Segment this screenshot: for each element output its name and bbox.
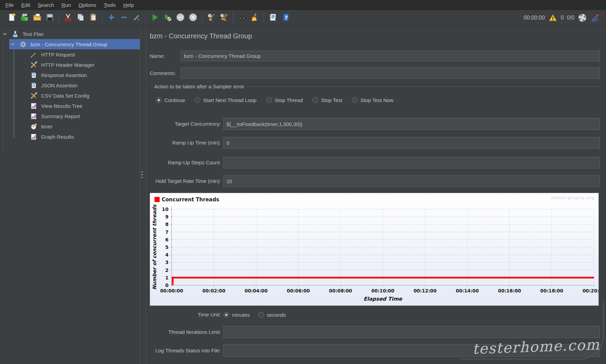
tree-item-graph-results[interactable]: Graph Results [0, 131, 140, 142]
panel-splitter[interactable] [140, 26, 146, 364]
toolbar: STOP? 00:00:00 0 0/0 [0, 10, 606, 26]
svg-text:00:14:00: 00:14:00 [456, 288, 479, 293]
templates-button[interactable] [20, 13, 29, 23]
clear-icon [207, 13, 215, 23]
chart-icon [30, 113, 37, 120]
tree-item-http-header-manager[interactable]: HTTP Header Manager [0, 60, 140, 70]
sampler-error-option-start-next-thread-loop[interactable]: Start Next Thread Loop [195, 97, 257, 103]
tree-item-json-assertion[interactable]: JSON Assertion [0, 80, 140, 90]
time-unit-option-minutes[interactable]: minutes [223, 312, 250, 318]
svg-text:8: 8 [165, 222, 169, 227]
svg-text:00:10:00: 00:10:00 [371, 288, 394, 293]
svg-text:00:18:00: 00:18:00 [540, 288, 563, 293]
radio-label: Continue [164, 97, 185, 103]
hold-target-rate-time-min-label: Hold Target Rate Time (min): [150, 175, 221, 187]
http-request-icon [30, 51, 37, 58]
radio-unselected-icon[interactable] [352, 97, 358, 103]
sampler-error-option-stop-test[interactable]: Stop Test [312, 97, 342, 103]
splitter-handle-icon[interactable] [141, 171, 143, 178]
name-field[interactable]: bzm - Concurrency Thread Group [181, 51, 600, 61]
shutdown-icon [189, 13, 197, 23]
start-icon [151, 13, 159, 23]
radio-unselected-icon[interactable] [312, 97, 318, 103]
clear-all-button[interactable] [219, 13, 228, 23]
open-file-button[interactable] [32, 13, 42, 23]
radio-selected-icon[interactable] [223, 312, 229, 318]
jmeter-logo-icon [590, 13, 600, 23]
reset-search-button[interactable] [250, 13, 259, 23]
comments-field[interactable] [181, 67, 600, 79]
test-plan-icon [12, 30, 19, 38]
collapse-all-button[interactable] [119, 13, 129, 23]
svg-text:00:02:00: 00:02:00 [202, 288, 225, 293]
menu-options[interactable]: Options [75, 1, 100, 9]
start-button[interactable] [150, 13, 160, 23]
tree-guide-line [3, 38, 3, 150]
menu-file[interactable]: File [2, 1, 17, 9]
svg-text:6: 6 [165, 237, 169, 242]
copy-button[interactable] [76, 13, 85, 23]
cut-button[interactable] [63, 13, 73, 23]
svg-text:0: 0 [165, 283, 169, 288]
save-button[interactable] [45, 13, 54, 23]
menu-edit[interactable]: Edit [17, 1, 34, 9]
target-concurrency-field[interactable]: ${__tstFeedback(timer,1,500,30)} [223, 118, 600, 130]
time-unit-option-seconds[interactable]: seconds [258, 312, 286, 318]
shutdown-button[interactable] [188, 13, 198, 23]
menu-search[interactable]: Search [34, 1, 58, 9]
sampler-error-option-stop-test-now[interactable]: Stop Test Now [352, 97, 393, 103]
thread-count: 0/0 [567, 15, 574, 21]
radio-unselected-icon[interactable] [266, 97, 272, 103]
tree-item-summary-report[interactable]: Summary Report [0, 111, 140, 121]
tree-item-test-plan[interactable]: Test Plan [0, 29, 140, 39]
toggle-button[interactable] [132, 13, 141, 23]
svg-text:7: 7 [165, 229, 169, 235]
radio-label: Stop Test Now [360, 97, 393, 103]
thread-iterations-limit-label: Thread Iterations Limit: [150, 326, 221, 338]
warning-indicator-icon[interactable] [548, 13, 558, 23]
target-concurrency-label: Target Concurrency: [150, 118, 221, 130]
hold-target-rate-time-min-field[interactable]: 20 [223, 175, 600, 187]
tree-item-label: CSV Data Set Config [41, 93, 89, 99]
expand-all-button[interactable] [107, 13, 116, 23]
ramp-up-steps-count-field[interactable] [223, 157, 600, 168]
time-unit-label: Time Unit: [150, 311, 221, 318]
thread-iterations-limit-field[interactable] [223, 326, 600, 338]
tree-item-response-assertion[interactable]: Response Assertion [0, 70, 140, 80]
stop-button[interactable]: STOP [175, 13, 185, 23]
new-file-button[interactable] [7, 13, 16, 23]
tree-item-label: timer [41, 124, 52, 129]
radio-unselected-icon[interactable] [258, 312, 264, 318]
tree-item-http-request[interactable]: HTTP Request [0, 49, 140, 60]
function-helper-button[interactable] [268, 13, 277, 23]
chevron-down-icon[interactable] [10, 41, 15, 47]
tree-item-timer[interactable]: timer [0, 121, 140, 131]
remote-status-icon [578, 13, 587, 23]
tools-icon [30, 61, 37, 68]
sampler-error-option-stop-thread[interactable]: Stop Thread [266, 97, 303, 103]
paste-button[interactable] [88, 13, 98, 23]
page-title: bzm - Concurrency Thread Group [150, 32, 252, 40]
chevron-down-icon[interactable] [2, 31, 8, 37]
paste-icon [89, 13, 98, 23]
radio-label: minutes [232, 312, 250, 318]
radio-selected-icon[interactable] [156, 97, 162, 103]
search-button[interactable] [237, 13, 247, 23]
tree-item-label: bzm - Concurrency Thread Group [30, 41, 107, 47]
ramp-up-time-min-field[interactable]: 0 [223, 137, 600, 149]
svg-text:STOP: STOP [177, 16, 183, 18]
start-no-pauses-button[interactable] [163, 13, 172, 23]
radio-unselected-icon[interactable] [195, 97, 200, 103]
menu-run[interactable]: Run [58, 1, 75, 9]
elapsed-time: 00:00:00 [524, 15, 545, 21]
help-icon: ? [281, 13, 290, 23]
tree-item-bzm-concurrency-thread-group[interactable]: bzm - Concurrency Thread Group [0, 39, 140, 49]
menu-help[interactable]: Help [120, 1, 138, 9]
tree-item-view-results-tree[interactable]: View Results Tree [0, 101, 140, 111]
log-threads-status-into-file-field[interactable] [223, 344, 600, 357]
clear-button[interactable] [206, 13, 216, 23]
tree-item-csv-data-set-config[interactable]: CSV Data Set Config [0, 90, 140, 101]
menu-tools[interactable]: Tools [100, 1, 120, 9]
help-button[interactable]: ? [281, 13, 290, 23]
sampler-error-option-continue[interactable]: Continue [156, 97, 185, 103]
